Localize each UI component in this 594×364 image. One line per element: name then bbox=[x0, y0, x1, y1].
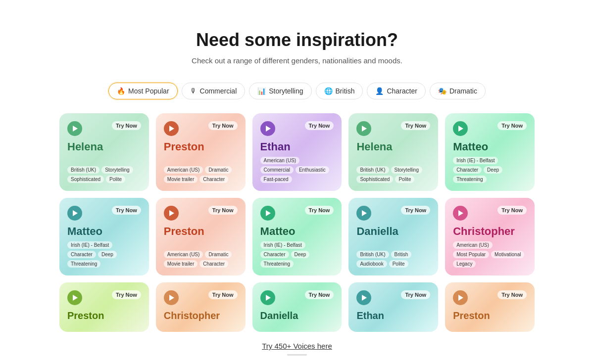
try-now-badge[interactable]: Try Now bbox=[305, 121, 334, 130]
voice-card[interactable]: Try NowMatteoIrish (IE) - BelfastCharact… bbox=[252, 198, 342, 275]
play-button[interactable] bbox=[453, 121, 468, 136]
voice-name: Helena bbox=[67, 141, 141, 153]
tag: Deep bbox=[291, 251, 310, 258]
voice-card[interactable]: Try NowChristopherAmerican (US)Most Popu… bbox=[445, 198, 535, 275]
card-header: Try Now bbox=[67, 206, 141, 221]
play-button[interactable] bbox=[67, 206, 82, 221]
tag: Storytelling bbox=[391, 166, 422, 174]
voice-name: Helena bbox=[356, 141, 430, 153]
play-button[interactable] bbox=[356, 121, 371, 136]
tag: Fast-paced bbox=[260, 176, 292, 183]
tags-row: American (US)Most PopularMotivationalLeg… bbox=[453, 241, 527, 268]
tag: Irish (IE) - Belfast bbox=[260, 241, 305, 249]
voice-card[interactable]: Try NowChristopher bbox=[156, 282, 246, 332]
play-button[interactable] bbox=[67, 290, 82, 305]
page-subtitle: Check out a range of different genders, … bbox=[192, 56, 402, 65]
tag: American (US) bbox=[164, 251, 203, 258]
try-now-badge[interactable]: Try Now bbox=[305, 206, 334, 215]
try-now-badge[interactable]: Try Now bbox=[401, 206, 430, 215]
play-button[interactable] bbox=[260, 206, 275, 221]
filter-commercial[interactable]: 🎙 Commercial bbox=[182, 83, 246, 99]
chart-icon: 📊 bbox=[257, 87, 266, 95]
play-arrow-icon bbox=[362, 126, 367, 132]
voice-card[interactable]: Try NowMatteoIrish (IE) - BelfastCharact… bbox=[445, 113, 535, 191]
filter-bar: 🔥 Most Popular 🎙 Commercial 📊 Storytelli… bbox=[108, 83, 486, 99]
tag: British (UK) bbox=[356, 166, 389, 174]
tag: Storytelling bbox=[101, 166, 133, 174]
play-button[interactable] bbox=[260, 290, 275, 305]
tag: American (US) bbox=[260, 157, 300, 164]
try-now-badge[interactable]: Try Now bbox=[401, 290, 430, 299]
card-header: Try Now bbox=[356, 290, 430, 305]
try-now-badge[interactable]: Try Now bbox=[112, 206, 141, 215]
play-arrow-icon bbox=[73, 210, 78, 216]
play-button[interactable] bbox=[453, 290, 468, 305]
voice-name: Christopher bbox=[164, 310, 238, 321]
play-arrow-icon bbox=[266, 295, 271, 301]
tags-row: British (UK)BritishAudiobookPolite bbox=[356, 251, 430, 268]
tags-row: Irish (IE) - BelfastCharacterDeepThreate… bbox=[67, 241, 141, 268]
play-button[interactable] bbox=[164, 121, 179, 136]
tag: Deep bbox=[484, 166, 502, 174]
play-arrow-icon bbox=[458, 210, 463, 216]
try-now-badge[interactable]: Try Now bbox=[208, 290, 238, 299]
filter-most-popular[interactable]: 🔥 Most Popular bbox=[108, 83, 177, 99]
tags-row: American (US)DramaticMovie trailerCharac… bbox=[164, 166, 238, 183]
try-now-badge[interactable]: Try Now bbox=[112, 121, 141, 130]
voice-card[interactable]: Try NowDaniellaBritish (UK)BritishAudiob… bbox=[348, 198, 438, 275]
voice-card[interactable]: Try NowMatteoIrish (IE) - BelfastCharact… bbox=[59, 198, 149, 275]
tag: Character bbox=[199, 260, 228, 268]
voice-card[interactable]: Try NowEthan bbox=[348, 282, 438, 332]
voice-name: Christopher bbox=[453, 226, 527, 237]
voice-name: Preston bbox=[453, 310, 527, 321]
filter-storytelling[interactable]: 📊 Storytelling bbox=[249, 83, 311, 99]
try-now-badge[interactable]: Try Now bbox=[305, 290, 334, 299]
play-button[interactable] bbox=[164, 290, 179, 305]
try-now-badge[interactable]: Try Now bbox=[497, 206, 527, 215]
try-now-badge[interactable]: Try Now bbox=[497, 290, 527, 299]
play-button[interactable] bbox=[67, 121, 82, 136]
play-button[interactable] bbox=[453, 206, 468, 221]
play-arrow-icon bbox=[266, 126, 271, 132]
try-now-badge[interactable]: Try Now bbox=[112, 290, 141, 299]
card-header: Try Now bbox=[356, 121, 430, 136]
filter-british[interactable]: 🌐 British bbox=[316, 83, 363, 99]
voice-card[interactable]: Try NowDaniella bbox=[252, 282, 342, 332]
tag: Character bbox=[67, 251, 96, 258]
play-button[interactable] bbox=[356, 290, 371, 305]
voice-card[interactable]: Try NowPrestonAmerican (US)DramaticMovie… bbox=[156, 113, 246, 191]
voice-name: Preston bbox=[164, 141, 238, 153]
voice-card[interactable]: Try NowHelenaBritish (UK)StorytellingSop… bbox=[348, 113, 438, 191]
filter-dramatic[interactable]: 🎭 Dramatic bbox=[430, 83, 486, 99]
voices-link[interactable]: Try 450+ Voices here bbox=[262, 342, 332, 350]
play-button[interactable] bbox=[356, 206, 371, 221]
try-now-badge[interactable]: Try Now bbox=[401, 121, 430, 130]
try-now-badge[interactable]: Try Now bbox=[208, 121, 238, 130]
voice-card[interactable]: Try NowPreston bbox=[445, 282, 535, 332]
tag: American (US) bbox=[453, 241, 493, 249]
voice-card[interactable]: Try NowPreston bbox=[59, 282, 149, 332]
tag: Character bbox=[260, 251, 289, 258]
try-now-badge[interactable]: Try Now bbox=[497, 121, 527, 130]
tag: Character bbox=[453, 166, 482, 174]
play-arrow-icon bbox=[362, 295, 367, 301]
tag: American (US) bbox=[164, 166, 203, 174]
filter-character[interactable]: 👤 Character bbox=[367, 83, 425, 99]
tag: Motivational bbox=[491, 251, 524, 258]
voice-card[interactable]: Try NowPrestonAmerican (US)DramaticMovie… bbox=[156, 198, 246, 275]
try-now-badge[interactable]: Try Now bbox=[208, 206, 238, 215]
play-arrow-icon bbox=[169, 295, 174, 301]
play-arrow-icon bbox=[73, 126, 78, 132]
page-container: Need some inspiration? Check out a range… bbox=[0, 0, 594, 364]
voice-name: Matteo bbox=[260, 226, 334, 237]
voice-name: Matteo bbox=[67, 226, 141, 237]
tag: Audiobook bbox=[356, 260, 387, 268]
play-button[interactable] bbox=[260, 121, 275, 136]
voice-card[interactable]: Try NowHelenaBritish (UK)StorytellingSop… bbox=[59, 113, 149, 191]
card-header: Try Now bbox=[453, 121, 527, 136]
play-button[interactable] bbox=[164, 206, 179, 221]
tag: Dramatic bbox=[205, 251, 232, 258]
globe-icon: 🌐 bbox=[324, 87, 333, 95]
tag: Irish (IE) - Belfast bbox=[453, 157, 498, 164]
voice-card[interactable]: Try NowEthanAmerican (US)CommercialEnthu… bbox=[252, 113, 342, 191]
